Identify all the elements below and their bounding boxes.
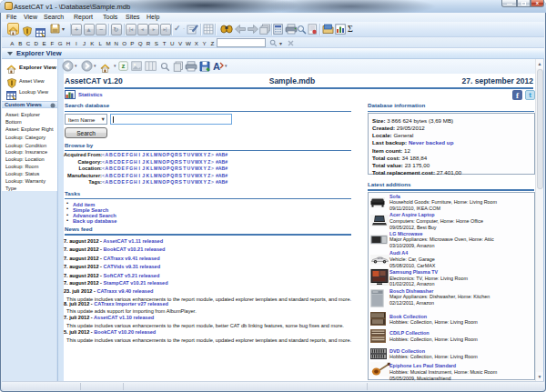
svg-text:z: z bbox=[122, 62, 126, 70]
svg-text:A: A bbox=[213, 61, 220, 72]
